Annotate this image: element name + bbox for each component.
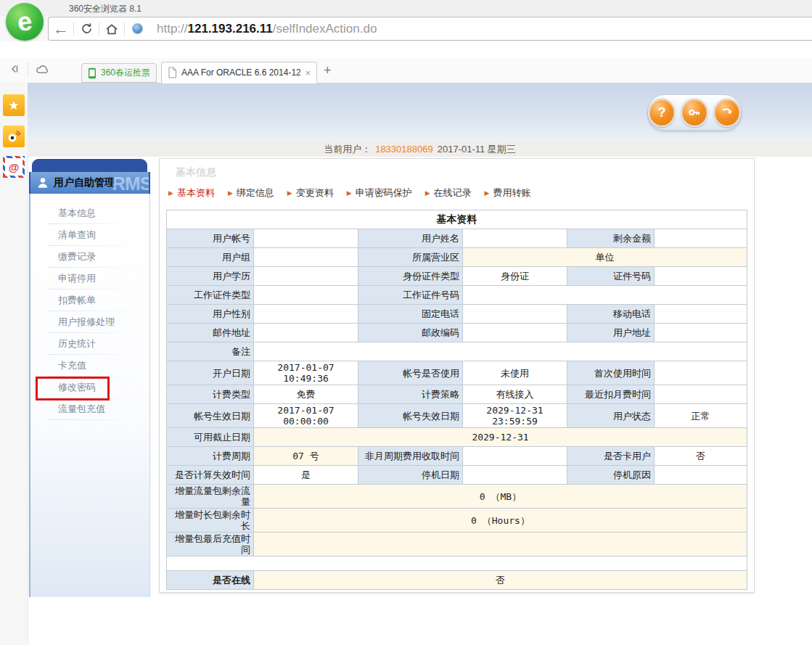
sidebar-item-label: 历史统计 (58, 338, 96, 349)
field-value: 免费 (254, 385, 358, 404)
home-icon (105, 22, 118, 36)
field-label: 增量包最后充值时间 (167, 533, 254, 556)
logout-button[interactable] (713, 98, 741, 127)
toolbar-strip (0, 41, 812, 59)
browser-side-rail: ★ @ (0, 83, 28, 645)
logout-icon (721, 106, 734, 119)
sidebar-item[interactable]: 历史统计 (30, 333, 149, 355)
cloud-sync-button[interactable] (33, 63, 52, 75)
collapse-left-icon (9, 63, 20, 75)
sidebar-item[interactable]: 申请停用 (30, 268, 149, 289)
field-label: 用户性别 (167, 305, 254, 324)
content-tab-label: 费用转账 (493, 186, 531, 200)
new-tab-button[interactable]: + (324, 64, 332, 77)
tab-arrow-icon: ▶ (425, 189, 430, 197)
browser-360-logo-icon[interactable]: e (6, 3, 44, 41)
tab-close-icon[interactable]: × (305, 67, 311, 78)
field-value (655, 466, 747, 485)
field-label: 用户状态 (567, 404, 655, 428)
content-tab[interactable]: ▶在线记录 (425, 186, 472, 200)
phone-icon (88, 67, 97, 79)
sidebar-item[interactable]: 用户报修处理 (30, 311, 149, 333)
site-globe-icon (125, 17, 149, 40)
field-value (463, 447, 567, 466)
browser-tab-aaa-oracle[interactable]: AAA For ORACLE 6.6 2014-12 × (161, 62, 317, 83)
field-label: 邮政编码 (358, 324, 463, 342)
field-value (254, 324, 358, 342)
content-tab[interactable]: ▶申请密码保护 (347, 186, 412, 200)
field-label: 用户组 (167, 248, 254, 267)
sidebar-item[interactable]: 扣费帐单 (30, 289, 149, 311)
sidebar-top-cap (32, 159, 147, 172)
browser-title-bar: 360安全浏览器 8.1 (0, 0, 812, 16)
field-label: 身份证件类型 (358, 267, 463, 286)
field-value (254, 533, 747, 556)
refresh-icon (81, 22, 93, 35)
field-value (463, 305, 567, 324)
sidebar-header: 用户自助管理 RMS (29, 172, 150, 194)
field-value (254, 229, 358, 248)
field-value: 单位 (463, 248, 747, 267)
sidebar-item[interactable]: 缴费记录 (30, 246, 149, 268)
sidebar-title: 用户自助管理 (54, 176, 115, 189)
tab-arrow-icon: ▶ (228, 189, 233, 197)
field-label: 用户地址 (567, 324, 655, 342)
page-banner: ? (28, 83, 812, 141)
cloud-icon (36, 63, 49, 75)
current-user-number: 18330188069 (375, 144, 433, 155)
url-text[interactable]: http://121.193.216.11/selfIndexAction.do (157, 22, 377, 36)
field-label: 用户学历 (167, 267, 254, 286)
field-label: 帐号是否使用 (358, 361, 463, 385)
star-icon: ★ (8, 98, 19, 113)
field-value (254, 342, 747, 361)
field-label: 最近扣月费时间 (567, 385, 655, 404)
refresh-button[interactable] (74, 17, 99, 40)
field-value (167, 556, 747, 571)
sidebar-item-label: 修改密码 (58, 382, 96, 393)
sidebar-item[interactable]: 流量包充值 (30, 398, 149, 420)
field-label: 是否在线 (167, 571, 254, 590)
field-label: 用户帐号 (167, 229, 254, 248)
tab-arrow-icon: ▶ (347, 189, 352, 197)
field-label: 是否计算失效时间 (167, 466, 254, 485)
field-label: 停机原因 (567, 466, 655, 485)
home-button[interactable] (99, 17, 124, 40)
weibo-button[interactable] (3, 126, 25, 147)
field-value (655, 267, 747, 286)
help-button[interactable]: ? (648, 98, 676, 127)
collapse-tabs-button[interactable] (6, 63, 23, 75)
table-title: 基本资料 (167, 210, 747, 229)
content-tab[interactable]: ▶绑定信息 (228, 186, 274, 200)
field-value (655, 305, 747, 324)
field-value: 有线接入 (463, 385, 567, 404)
sidebar-item[interactable]: 基本信息 (30, 202, 149, 224)
sidebar-item[interactable]: 清单查询 (30, 224, 149, 246)
sidebar-item-label: 缴费记录 (58, 251, 96, 262)
back-button[interactable]: ← (49, 17, 73, 40)
banner-button-group: ? (647, 94, 742, 131)
content-tab[interactable]: ▶基本资料 (168, 186, 215, 200)
sidebar-item-label: 用户报修处理 (58, 316, 115, 327)
sidebar-item[interactable]: 修改密码 (30, 377, 149, 398)
content-tabs: ▶基本资料▶绑定信息▶变更资料▶申请密码保护▶在线记录▶费用转账 (168, 186, 754, 200)
content-tab[interactable]: ▶费用转账 (485, 186, 531, 200)
field-value (655, 361, 747, 385)
field-value (254, 267, 358, 286)
field-label: 用户姓名 (358, 229, 463, 248)
field-value (655, 385, 747, 404)
favorites-button[interactable]: ★ (3, 94, 25, 116)
field-label: 剩余金额 (567, 229, 655, 248)
sidebar-item-label: 清单查询 (58, 229, 96, 240)
sidebar-item[interactable]: 卡充值 (30, 355, 149, 377)
field-value (254, 248, 358, 267)
content-tab[interactable]: ▶变更资料 (287, 186, 334, 200)
field-value (655, 324, 747, 342)
browser-tab-ticket[interactable]: 360春运抢票 (81, 63, 157, 83)
field-label: 首次使用时间 (567, 361, 655, 385)
browser-tab-bar: 360春运抢票 AAA For ORACLE 6.6 2014-12 × + (0, 58, 812, 83)
content-tab-label: 在线记录 (434, 186, 472, 200)
address-bar[interactable]: ← http://121.193.216.11/selfIndexAction.… (48, 17, 812, 41)
password-button[interactable] (681, 98, 708, 127)
mail-button[interactable]: @ (3, 156, 25, 178)
panel-title: 基本信息 (176, 166, 754, 179)
